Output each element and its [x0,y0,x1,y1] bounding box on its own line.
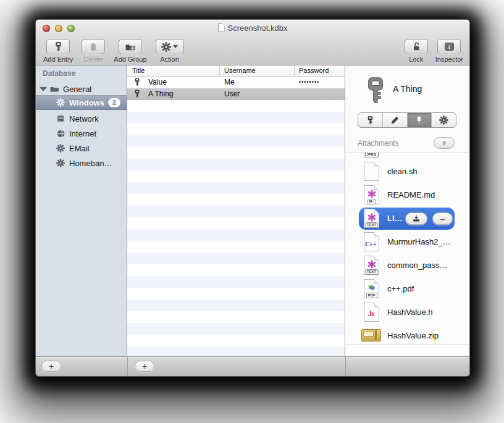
inspector-panel: A Thing [345,65,469,358]
add-entry-button[interactable]: Add Entry [43,39,73,63]
tab-settings[interactable] [432,113,456,127]
attachment-row[interactable]: .h HashValue.h [345,301,469,324]
entry-count-badge: 2 [108,98,120,107]
entry-username-cell: Me [224,78,235,86]
attachment-name: HashValue.zip [387,331,439,340]
entry-table: Title Username Password Value Me •••••••… [127,65,345,358]
footer-divider [127,357,128,376]
table-body: Value Me •••••••• A Thing User [127,77,345,358]
unlock-icon [405,39,428,54]
folder-plus-icon [119,39,142,54]
sidebar-item-general[interactable]: General [36,82,127,96]
chevron-down-icon [173,45,178,48]
gear-icon [56,158,65,168]
disclosure-triangle-icon[interactable] [40,87,47,91]
action-button[interactable]: Action [156,39,184,63]
header-file-icon: .h [364,303,379,322]
save-icon [412,215,421,222]
server-icon [56,114,65,124]
key-icon [366,115,375,125]
text-file-icon: TEXT [364,256,379,275]
attachment-name: LI… [387,214,403,223]
column-divider[interactable] [219,65,220,76]
attachment-row[interactable]: TEXT common_pass… [345,254,469,277]
key-icon [46,39,70,54]
window-chrome: Screenshot.kdbx Add Entry [36,20,469,65]
column-header-password[interactable]: Password [299,67,329,74]
inspector-entry-title: A Thing [393,84,422,94]
group-label: Network [69,114,99,124]
text-file-icon: TEXT [364,209,379,228]
attachment-row[interactable]: clean.sh [345,160,469,183]
attachment-row[interactable]: PDF c++.pdf [345,277,469,301]
window-title-text: Screenshot.kdbx [228,23,288,33]
attachments-list[interactable]: JPEG 5975696_4605… clean.sh [345,152,469,345]
window-title: Screenshot.kdbx [36,23,469,33]
table-row[interactable]: Value Me •••••••• [127,77,345,88]
column-header-title[interactable]: Title [132,67,145,74]
column-header-username[interactable]: Username [224,67,256,74]
attachment-name: HashValue.h [387,308,432,317]
sidebar-item-windows[interactable]: Windows 2 [36,95,127,110]
zip-file-icon [361,329,381,341]
pdf-file-icon: PDF [364,279,379,298]
column-divider[interactable] [294,65,295,76]
entry-key-icon [361,69,390,114]
delete-label: Delete [83,56,103,63]
attachment-row[interactable]: C++ MurmurHash2_… [345,230,469,254]
table-header: Title Username Password [127,65,345,77]
attachment-name: 5975696_4605… [387,152,449,153]
app-window: Screenshot.kdbx Add Entry [35,19,470,377]
gear-icon [56,98,65,107]
add-group-footer-button[interactable]: + [41,361,61,372]
add-attachment-button[interactable]: + [434,137,455,149]
gear-icon [439,115,448,125]
folder-icon [49,84,59,94]
screenshot-stage: Screenshot.kdbx Add Entry [0,0,504,423]
attachment-row[interactable]: HashValue.zip [345,324,469,345]
sidebar-item-homebanking[interactable]: Homeban… [36,156,127,170]
trash-icon [82,39,105,54]
sidebar-item-internet[interactable]: Internet [36,126,127,141]
attachments-label: Attachments [358,139,399,148]
group-label: EMail [69,144,90,153]
attachment-name: MurmurHash2_… [387,237,451,246]
group-label: Homeban… [69,159,112,168]
action-label: Action [160,56,179,63]
remove-attachment-button[interactable]: – [432,212,453,225]
entry-password-cell: •••••••• [299,79,319,85]
pencil-icon [390,115,400,125]
attachment-row[interactable]: JPEG 5975696_4605… [345,152,469,160]
key-icon [133,77,141,88]
sidebar-item-network[interactable]: Network [36,111,127,126]
delete-button[interactable]: Delete [82,39,105,63]
export-attachment-button[interactable] [405,212,427,225]
attachment-row[interactable]: M↓ README.md [345,183,469,207]
group-sidebar: Database General Windows 2 [36,65,127,358]
pushpin-icon [414,115,424,125]
attachment-name: README.md [387,190,435,199]
toolbar: Add Entry Delete [36,37,469,65]
markdown-file-icon: M↓ [364,185,379,204]
footer-bar: + + [36,356,469,376]
group-label: Internet [69,129,96,138]
group-label: Windows [69,98,104,107]
titlebar[interactable]: Screenshot.kdbx [36,20,469,37]
tab-general[interactable] [358,113,383,127]
add-entry-footer-button[interactable]: + [135,361,154,372]
inspector-tab-bar [358,112,456,128]
add-group-button[interactable]: Add Group [114,39,146,63]
tab-attachments-selected[interactable] [408,113,432,127]
lock-button[interactable]: Lock [405,39,428,63]
attachment-name: clean.sh [387,167,417,176]
table-row-selected[interactable]: A Thing User [127,88,345,100]
sidebar-item-email[interactable]: EMail [36,141,127,156]
inspector-button[interactable]: i Inspector [435,39,463,63]
key-icon [133,89,141,100]
tab-edit[interactable] [383,113,408,127]
sidebar-section-header: Database [43,69,75,78]
info-icon: i [445,43,454,51]
inspector-label: Inspector [435,56,463,63]
plain-file-icon [364,162,379,181]
attachment-row-selected[interactable]: TEXT LI… – [345,207,469,230]
